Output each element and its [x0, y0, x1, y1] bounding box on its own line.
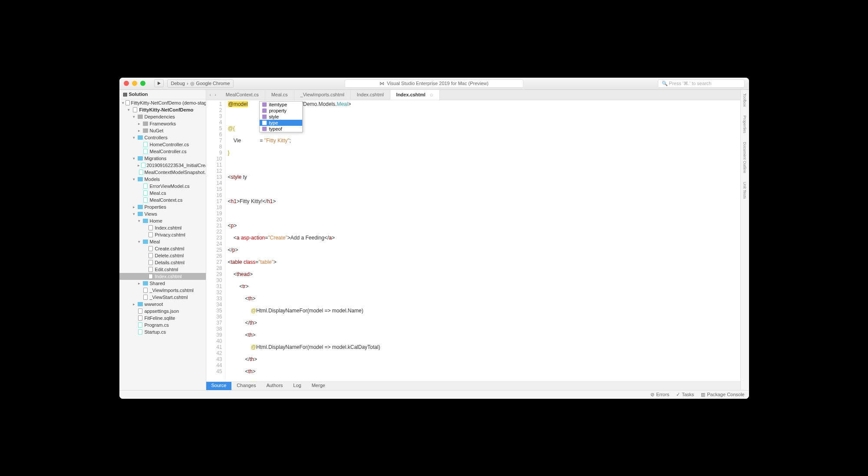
- chevron-icon[interactable]: ▸: [138, 281, 141, 286]
- intellisense-item[interactable]: type: [260, 120, 302, 126]
- close-window-dot[interactable]: [124, 81, 129, 86]
- chevron-icon[interactable]: ▾: [127, 108, 131, 112]
- editor-tab[interactable]: MealContext.cs: [220, 90, 265, 100]
- tree-item[interactable]: Index.cshtml: [119, 273, 206, 280]
- tree-item[interactable]: ▾FittyKitty-NetConfDemo (demo-stage2): [119, 99, 206, 106]
- tree-label: Dependencies: [145, 114, 175, 119]
- editor-tab[interactable]: Index.cshtml: [351, 90, 390, 100]
- tree-item[interactable]: ▸wwwroot: [119, 301, 206, 308]
- tree-item[interactable]: _ViewImports.cshtml: [119, 287, 206, 294]
- chevron-icon[interactable]: ▸: [138, 128, 141, 133]
- editor-tab[interactable]: _ViewImports.cshtml: [294, 90, 351, 100]
- tree-item[interactable]: ▾Models: [119, 176, 206, 183]
- tree-item[interactable]: ▸Properties: [119, 204, 206, 210]
- bottom-tab-changes[interactable]: Changes: [231, 382, 261, 390]
- tree-item[interactable]: Index.cshtml: [119, 224, 206, 231]
- tree-item[interactable]: ▸Shared: [119, 280, 206, 287]
- tab-nav-back[interactable]: ‹: [209, 92, 212, 97]
- tree-item[interactable]: MealContext.cs: [119, 197, 206, 204]
- close-tab-icon[interactable]: ○: [430, 92, 433, 98]
- tab-nav-forward[interactable]: ›: [214, 92, 217, 97]
- tree-item[interactable]: ▾FittyKitty-NetConfDemo: [119, 106, 206, 113]
- intellisense-item[interactable]: style: [260, 114, 302, 120]
- tree-item[interactable]: MealController.cs: [119, 148, 206, 155]
- code-content[interactable]: @model tyKitty_NetConfDemo.Models.Meal> …: [225, 100, 740, 381]
- chevron-icon[interactable]: ▾: [138, 240, 141, 244]
- tree-item[interactable]: Privacy.cshtml: [119, 231, 206, 238]
- folder-icon: [137, 135, 143, 140]
- chevron-icon[interactable]: ▸: [138, 121, 141, 126]
- chevron-icon[interactable]: ▾: [132, 177, 136, 181]
- tab-label: _ViewImports.cshtml: [300, 92, 344, 97]
- tree-label: FittyKitty-NetConfDemo: [139, 107, 194, 112]
- tree-item[interactable]: ▸NuGet: [119, 127, 206, 134]
- intellisense-item[interactable]: itemtype: [260, 102, 302, 108]
- maximize-window-dot[interactable]: [140, 81, 145, 86]
- editor-tab[interactable]: Meal.cs: [265, 90, 294, 100]
- package-console-status[interactable]: ▥ Package Console: [701, 392, 744, 397]
- tree-label: _ViewImports.cshtml: [150, 288, 194, 293]
- bottom-tab-source[interactable]: Source: [206, 382, 232, 390]
- title-display: ⋈ Visual Studio Enterprise 2019 for Mac …: [344, 79, 524, 88]
- tree-item[interactable]: ▾Home: [119, 217, 206, 224]
- tree-item[interactable]: ▾Migrations: [119, 155, 206, 162]
- chevron-icon[interactable]: ▾: [122, 101, 124, 105]
- sidebar-header[interactable]: ▤ Solution: [119, 90, 206, 99]
- tree-item[interactable]: ▸Frameworks: [119, 120, 206, 127]
- completion-label: property: [269, 108, 287, 113]
- run-configuration[interactable]: Debug › ◎ Google Chrome: [167, 79, 234, 88]
- tree-item[interactable]: Meal.cs: [119, 190, 206, 197]
- tree-label: Properties: [145, 204, 166, 210]
- tree-item[interactable]: MealContextModelSnapshot.cs: [119, 169, 206, 176]
- chevron-icon[interactable]: ▾: [138, 219, 141, 223]
- completion-label: type: [269, 120, 278, 125]
- errors-status[interactable]: ⊘ Errors: [650, 392, 669, 397]
- rail-properties[interactable]: Properties: [743, 115, 747, 133]
- tree-item[interactable]: ▾Views: [119, 210, 206, 217]
- run-button[interactable]: [154, 79, 164, 87]
- rail-unit-tests[interactable]: Unit Tests: [743, 182, 747, 199]
- chevron-icon[interactable]: ▸: [132, 302, 136, 306]
- minimize-window-dot[interactable]: [132, 81, 137, 86]
- rail-toolbox[interactable]: Toolbox: [743, 93, 747, 107]
- tree-item[interactable]: ErrorViewModel.cs: [119, 183, 206, 190]
- tree-item[interactable]: Startup.cs: [119, 328, 206, 335]
- completion-icon: [262, 127, 267, 131]
- editor-tab[interactable]: Index.cshtml○: [390, 90, 440, 100]
- chevron-icon[interactable]: ▾: [132, 135, 136, 140]
- chevron-icon[interactable]: ▾: [132, 115, 136, 119]
- search-input[interactable]: 🔍 Press '⌘.' to search: [658, 79, 745, 88]
- tree-item[interactable]: Details.cshtml: [119, 259, 206, 266]
- tree-item[interactable]: ▸20190916223534_InitialCreate.cs: [119, 162, 206, 169]
- tree-label: Program.cs: [145, 322, 169, 328]
- tree-item[interactable]: ▾Controllers: [119, 134, 206, 141]
- tree-item[interactable]: ▾Meal: [119, 238, 206, 245]
- intellisense-item[interactable]: property: [260, 108, 302, 114]
- chevron-icon[interactable]: ▾: [132, 212, 136, 216]
- tree-item[interactable]: Program.cs: [119, 322, 206, 328]
- rail-document-outline[interactable]: Document Outline: [743, 142, 747, 173]
- tree-item[interactable]: FitFeline.sqlite: [119, 315, 206, 322]
- intellisense-item[interactable]: typeof: [260, 126, 302, 132]
- tree-item[interactable]: ▾Dependencies: [119, 113, 206, 120]
- tree-item[interactable]: appsettings.json: [119, 308, 206, 315]
- tree-item[interactable]: HomeController.cs: [119, 141, 206, 148]
- chevron-icon[interactable]: ▾: [132, 156, 136, 161]
- file-icon: [137, 315, 143, 321]
- tree-label: appsettings.json: [145, 309, 179, 314]
- tasks-status[interactable]: ✓ Tasks: [676, 392, 694, 397]
- file-icon: [148, 246, 154, 251]
- solution-tree: ▾FittyKitty-NetConfDemo (demo-stage2)▾Fi…: [119, 99, 206, 390]
- code-editor[interactable]: 1234567891011121314151617181920212223242…: [206, 100, 740, 381]
- tree-item[interactable]: Edit.cshtml: [119, 266, 206, 273]
- bottom-tab-authors[interactable]: Authors: [261, 382, 288, 390]
- tree-label: Edit.cshtml: [155, 267, 178, 272]
- tree-item[interactable]: Create.cshtml: [119, 245, 206, 252]
- tree-item[interactable]: _ViewStart.cshtml: [119, 294, 206, 301]
- tree-item[interactable]: Delete.cshtml: [119, 252, 206, 259]
- bottom-tab-log[interactable]: Log: [288, 382, 306, 390]
- chevron-icon[interactable]: ▸: [138, 163, 140, 167]
- tree-label: Meal: [150, 239, 160, 244]
- bottom-tab-merge[interactable]: Merge: [307, 382, 330, 390]
- chevron-icon[interactable]: ▸: [132, 205, 136, 209]
